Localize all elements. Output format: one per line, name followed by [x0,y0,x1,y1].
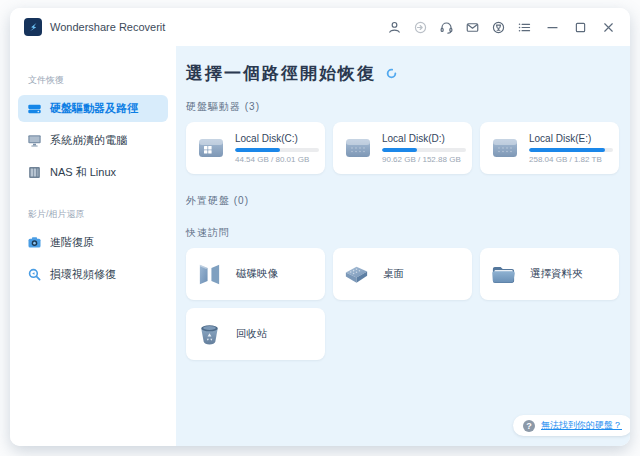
quick-card-select-folder[interactable]: 選擇資料夾 [480,248,619,300]
hard-drive-icon [27,101,42,116]
drive-usage-bar [235,148,319,152]
recoverit-logo-icon [24,18,42,36]
sign-in-icon[interactable] [412,19,429,36]
disk-d-icon [343,135,373,161]
drive-size: 44.54 GB / 80.01 GB [235,155,319,164]
quick-card-recycle-bin[interactable]: 回收站 [186,308,325,360]
sidebar-item-label: 損壞視頻修復 [50,267,116,282]
sidebar-item-crashed-computer[interactable]: 系統崩潰的電腦 [18,127,168,154]
refresh-icon[interactable] [386,68,397,79]
question-mark-icon: ? [523,420,535,432]
app-title: Wondershare Recoverit [50,21,165,33]
cant-find-drive-help[interactable]: ? 無法找到你的硬盤？ [513,415,630,436]
close-icon[interactable] [600,19,617,36]
camera-icon [27,235,42,250]
drive-size: 258.04 GB / 1.82 TB [529,155,613,164]
desktop-icon [343,261,370,288]
sidebar-item-label: 進階復原 [50,235,94,250]
sidebar-item-label: 系統崩潰的電腦 [50,133,127,148]
sidebar-item-drives-and-paths[interactable]: 硬盤驅動器及路徑 [18,95,168,122]
folder-icon [490,261,517,288]
quick-card-desktop[interactable]: 桌面 [333,248,472,300]
app-window: Wondershare Recoverit [10,8,630,446]
page-title: 選擇一個路徑開始恢復 [186,62,376,85]
main-panel: 選擇一個路徑開始恢復 硬盤驅動器 (3) Local Disk(C:) 44 [176,46,630,446]
quick-card-label: 桌面 [383,267,404,281]
drive-size: 90.62 GB / 152.88 GB [382,155,466,164]
drive-cards-row: Local Disk(C:) 44.54 GB / 80.01 GB Local… [186,122,630,174]
sidebar-item-label: NAS 和 Linux [50,165,116,180]
account-icon[interactable] [386,19,403,36]
drive-name: Local Disk(E:) [529,133,613,144]
disk-e-icon [490,135,520,161]
video-repair-icon [27,267,42,282]
sidebar-item-video-repair[interactable]: 損壞視頻修復 [18,261,168,288]
drive-name: Local Disk(C:) [235,133,319,144]
recycle-bin-icon [196,321,223,348]
menu-list-icon[interactable] [516,19,533,36]
crashed-computer-icon [27,133,42,148]
disk-image-icon [196,261,223,288]
sidebar-item-enhanced-recovery[interactable]: 進階復原 [18,229,168,256]
title-bar: Wondershare Recoverit [10,8,630,46]
quick-access-label: 快速訪問 [186,226,630,240]
quick-card-label: 回收站 [236,327,268,341]
drives-section-label: 硬盤驅動器 (3) [186,100,630,114]
titlebar-actions [386,19,617,36]
nas-server-icon [27,165,42,180]
quick-card-disk-image[interactable]: 磁碟映像 [186,248,325,300]
feedback-mail-icon[interactable] [464,19,481,36]
drive-card-d[interactable]: Local Disk(D:) 90.62 GB / 152.88 GB [333,122,472,174]
sidebar: 文件恢復 硬盤驅動器及路徑 系統崩潰的電腦 NAS 和 Linux 影片/ [10,46,176,446]
support-icon[interactable] [438,19,455,36]
sidebar-item-label: 硬盤驅動器及路徑 [50,101,138,116]
quick-card-label: 磁碟映像 [236,267,278,281]
sidebar-item-nas-linux[interactable]: NAS 和 Linux [18,159,168,186]
drive-name: Local Disk(D:) [382,133,466,144]
sidebar-section-photo-video: 影片/相片還原 [18,208,168,221]
help-link-text[interactable]: 無法找到你的硬盤？ [541,419,622,432]
quick-card-label: 選擇資料夾 [530,267,583,281]
minimize-icon[interactable] [544,19,561,36]
premium-icon[interactable] [490,19,507,36]
drive-usage-bar [382,148,466,152]
maximize-icon[interactable] [572,19,589,36]
drive-card-e[interactable]: Local Disk(E:) 258.04 GB / 1.82 TB [480,122,619,174]
drive-card-c[interactable]: Local Disk(C:) 44.54 GB / 80.01 GB [186,122,325,174]
sidebar-section-file-recovery: 文件恢復 [18,74,168,87]
external-drives-label: 外置硬盤 (0) [186,194,630,208]
drive-usage-bar [529,148,613,152]
quick-access-cards: 磁碟映像 桌面 [186,248,630,360]
disk-c-icon [196,135,226,161]
